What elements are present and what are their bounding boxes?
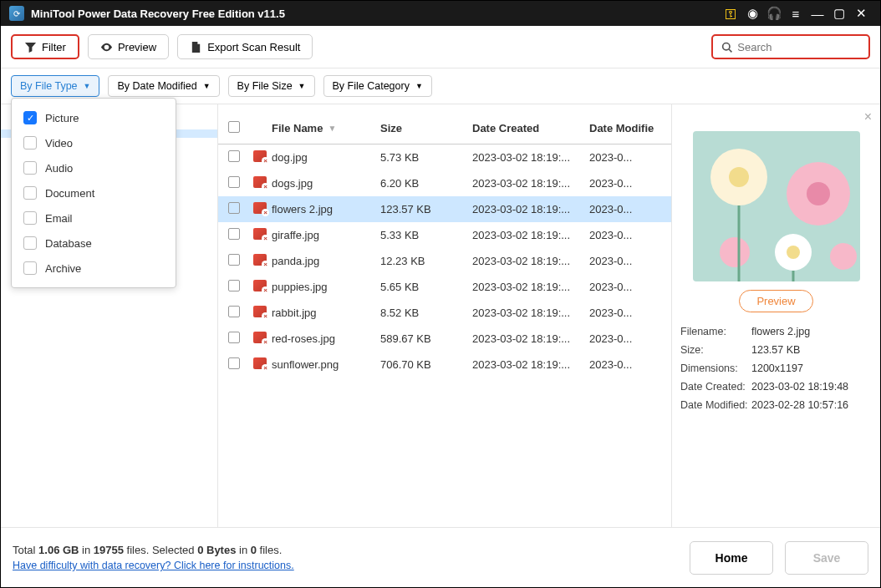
key-icon[interactable]: ⚿ <box>720 7 741 21</box>
dropdown-item-document[interactable]: Document <box>12 180 176 205</box>
dropdown-item-video[interactable]: Video <box>12 130 176 155</box>
file-icon <box>253 202 267 214</box>
file-icon <box>253 176 267 188</box>
checkbox-icon[interactable] <box>23 236 37 250</box>
col-created-header[interactable]: Date Created <box>472 122 589 134</box>
meta-key: Dimensions: <box>680 362 751 374</box>
row-checkbox[interactable] <box>228 280 240 291</box>
open-preview-button[interactable]: Preview <box>739 290 812 312</box>
cell-size: 5.33 KB <box>380 229 472 241</box>
cell-size: 706.70 KB <box>380 358 472 371</box>
meta-value: 123.57 KB <box>751 344 872 356</box>
file-type-dropdown: ✓PictureVideoAudioDocumentEmailDatabaseA… <box>11 98 176 288</box>
table-row[interactable]: dogs.jpg 6.20 KB 2023-03-02 18:19:... 20… <box>218 170 671 196</box>
meta-key: Date Created: <box>680 381 751 393</box>
sort-desc-icon[interactable]: ▼ <box>328 124 336 133</box>
export-icon <box>190 41 202 53</box>
row-checkbox[interactable] <box>228 332 240 343</box>
cell-filename: flowers 2.jpg <box>272 203 380 215</box>
table-row[interactable]: red-roses.jpg 589.67 KB 2023-03-02 18:19… <box>218 326 671 352</box>
file-list-pane: File Name ▼ Size Date Created Date Modif… <box>218 104 671 539</box>
toolbar: Filter Preview Export Scan Result <box>1 26 880 68</box>
cell-size: 12.23 KB <box>380 255 472 267</box>
checkbox-icon[interactable] <box>23 136 37 150</box>
table-row[interactable]: sunflower.png 706.70 KB 2023-03-02 18:19… <box>218 352 671 378</box>
export-button[interactable]: Export Scan Result <box>177 34 313 59</box>
table-row[interactable]: panda.jpg 12.23 KB 2023-03-02 18:19:... … <box>218 248 671 274</box>
chevron-down-icon: ▼ <box>298 82 306 90</box>
row-checkbox[interactable] <box>228 150 240 162</box>
table-row[interactable]: giraffe.jpg 5.33 KB 2023-03-02 18:19:...… <box>218 222 671 248</box>
funnel-icon <box>24 41 37 53</box>
checkbox-icon[interactable] <box>23 161 37 175</box>
cell-filename: dogs.jpg <box>272 177 380 190</box>
footer-stats: Total 1.06 GB in 19755 files. Selected 0… <box>13 544 294 571</box>
disc-icon[interactable]: ◉ <box>741 6 763 21</box>
home-button[interactable]: Home <box>690 541 773 575</box>
save-button[interactable]: Save <box>785 541 868 575</box>
dropdown-item-audio[interactable]: Audio <box>12 155 176 180</box>
flower-image-icon <box>693 131 860 281</box>
cell-created: 2023-03-02 18:19:... <box>472 255 589 267</box>
row-checkbox[interactable] <box>228 254 240 266</box>
row-checkbox[interactable] <box>228 306 240 317</box>
filter-button[interactable]: Filter <box>11 34 79 59</box>
dropdown-item-database[interactable]: Database <box>12 231 176 256</box>
close-icon[interactable]: ✕ <box>850 6 872 21</box>
table-row[interactable]: dog.jpg 5.73 KB 2023-03-02 18:19:... 202… <box>218 144 671 170</box>
checkbox-icon[interactable]: ✓ <box>23 111 37 124</box>
close-preview-icon[interactable]: × <box>864 109 872 124</box>
row-checkbox[interactable] <box>228 202 240 214</box>
filter-by-type[interactable]: By File Type▼ <box>11 75 99 97</box>
cell-created: 2023-03-02 18:19:... <box>472 177 589 190</box>
col-modified-header[interactable]: Date Modifie <box>589 122 656 134</box>
dropdown-item-archive[interactable]: Archive <box>12 256 176 281</box>
filter-by-size[interactable]: By File Size▼ <box>228 75 315 97</box>
meta-key: Date Modified: <box>680 399 751 411</box>
footer: Total 1.06 GB in 19755 files. Selected 0… <box>1 527 880 587</box>
row-checkbox[interactable] <box>228 228 240 240</box>
cell-filename: red-roses.jpg <box>272 332 380 345</box>
cell-created: 2023-03-02 18:19:... <box>472 229 589 241</box>
row-checkbox[interactable] <box>228 176 240 188</box>
checkbox-icon[interactable] <box>23 261 37 275</box>
svg-point-0 <box>723 43 730 49</box>
cell-created: 2023-03-02 18:19:... <box>472 203 589 215</box>
svg-point-10 <box>830 243 857 270</box>
select-all-checkbox[interactable] <box>228 121 240 133</box>
checkbox-icon[interactable] <box>23 186 37 200</box>
filter-by-date[interactable]: By Date Modified▼ <box>108 75 219 97</box>
table-header: File Name ▼ Size Date Created Date Modif… <box>218 113 671 144</box>
menu-icon[interactable]: ≡ <box>785 7 807 21</box>
cell-created: 2023-03-02 18:19:... <box>472 281 589 293</box>
filter-by-size-label: By File Size <box>237 80 293 92</box>
table-row[interactable]: puppies.jpg 5.65 KB 2023-03-02 18:19:...… <box>218 274 671 300</box>
checkbox-icon[interactable] <box>23 211 37 225</box>
meta-value: 2023-03-02 18:19:48 <box>751 381 872 393</box>
table-row[interactable]: rabbit.jpg 8.52 KB 2023-03-02 18:19:... … <box>218 300 671 326</box>
help-link[interactable]: Have difficulty with data recovery? Clic… <box>13 560 294 571</box>
col-size-header[interactable]: Size <box>380 122 472 134</box>
dropdown-item-picture[interactable]: ✓Picture <box>12 105 176 130</box>
svg-point-9 <box>720 237 750 267</box>
cell-created: 2023-03-02 18:19:... <box>472 332 589 345</box>
search-box[interactable] <box>711 34 870 59</box>
minimize-icon[interactable]: — <box>807 7 828 21</box>
cell-modified: 2023-0... <box>589 332 656 345</box>
chevron-down-icon: ▼ <box>84 82 91 90</box>
col-name-header[interactable]: File Name <box>272 122 323 134</box>
dropdown-item-email[interactable]: Email <box>12 205 176 231</box>
table-row[interactable]: flowers 2.jpg 123.57 KB 2023-03-02 18:19… <box>218 196 671 222</box>
maximize-icon[interactable]: ▢ <box>828 6 850 21</box>
cell-size: 8.52 KB <box>380 307 472 319</box>
cell-modified: 2023-0... <box>589 177 656 190</box>
preview-label: Preview <box>118 41 156 53</box>
search-icon <box>721 41 732 53</box>
preview-button[interactable]: Preview <box>88 34 169 59</box>
dropdown-item-label: Database <box>45 237 92 250</box>
dropdown-item-label: Email <box>45 212 73 225</box>
search-input[interactable] <box>737 41 860 53</box>
headphones-icon[interactable]: 🎧 <box>763 6 785 21</box>
row-checkbox[interactable] <box>228 357 240 369</box>
filter-by-category[interactable]: By File Category▼ <box>323 75 432 97</box>
